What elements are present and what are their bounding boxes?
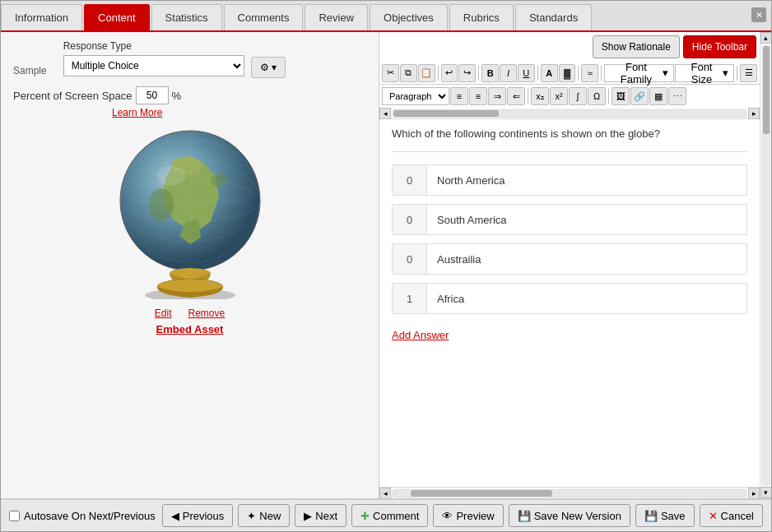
add-answer-link[interactable]: Add Answer (392, 329, 449, 341)
embed-asset-link[interactable]: Embed Asset (156, 323, 224, 335)
subscript-button[interactable]: x₂ (531, 87, 549, 105)
font-color-button[interactable]: A (541, 64, 558, 82)
chevron-down-icon: ▾ (663, 67, 668, 79)
tab-statistics[interactable]: Statistics (151, 4, 222, 30)
gear-button[interactable]: ⚙ ▾ (251, 57, 286, 78)
separator3 (537, 66, 538, 81)
answer-text-2[interactable]: Austrailia (427, 247, 746, 272)
answer-text-1[interactable]: South America (427, 207, 746, 233)
save-new-icon: 💾 (518, 510, 531, 522)
tab-objectives[interactable]: Objectives (370, 4, 448, 30)
indent-button[interactable]: ⇒ (488, 87, 506, 105)
redo-button[interactable]: ↪ (458, 64, 476, 82)
autosave-label: Autosave On Next/Previous (24, 510, 156, 522)
formula-button[interactable]: ∫ (569, 87, 587, 105)
edit-link[interactable]: Edit (155, 308, 172, 319)
tab-review[interactable]: Review (305, 4, 368, 30)
image-button[interactable]: 🖼 (612, 87, 630, 105)
bottom-scroll-left-button[interactable]: ◂ (379, 488, 391, 499)
font-family-button[interactable]: Font Family ▾ (604, 64, 674, 82)
cancel-icon: ✕ (709, 510, 718, 522)
align-center-button[interactable]: ≡ (469, 87, 487, 105)
answer-row-0: 0 North America (392, 164, 747, 196)
comment-button[interactable]: ✚ Comment (351, 504, 428, 527)
top-right-buttons: Show Rationale Hide Toolbar (379, 32, 760, 62)
footer: Autosave On Next/Previous ◀ Previous ✦ N… (1, 498, 771, 531)
response-type-select[interactable]: Multiple Choice (63, 55, 244, 76)
separator7 (528, 89, 528, 104)
svg-point-8 (211, 173, 227, 187)
v-scroll-up-button[interactable]: ▴ (760, 32, 772, 44)
horizontal-scrollbar: ◂ ▸ (379, 108, 760, 119)
tab-information[interactable]: Information (1, 4, 82, 30)
undo-button[interactable]: ↩ (441, 64, 458, 82)
sample-label: Sample (13, 40, 47, 76)
answer-text-3[interactable]: Africa (427, 286, 746, 312)
align-left-button[interactable]: ≡ (450, 87, 468, 105)
new-button[interactable]: ✦ New (238, 504, 290, 527)
tab-content[interactable]: Content (84, 4, 150, 30)
response-type-group: Response Type Multiple Choice (63, 40, 244, 76)
previous-button[interactable]: ◀ Previous (162, 504, 234, 527)
paste-button[interactable]: 📋 (418, 64, 435, 82)
italic-button[interactable]: I (500, 64, 517, 82)
right-panel-wrapper: Show Rationale Hide Toolbar ✂ ⧉ 📋 ↩ ↪ B … (379, 32, 771, 498)
special-button[interactable]: ≈ (581, 64, 598, 82)
globe-container (13, 123, 366, 299)
right-panel: Show Rationale Hide Toolbar ✂ ⧉ 📋 ↩ ↪ B … (379, 32, 760, 498)
svg-point-7 (149, 188, 174, 221)
v-scroll-down-button[interactable]: ▾ (760, 487, 772, 498)
screen-space-input[interactable] (136, 86, 169, 104)
next-button[interactable]: ▶ Next (295, 504, 346, 527)
separator2 (478, 66, 479, 81)
preview-button[interactable]: 👁 Preview (433, 504, 503, 527)
more-button[interactable]: ⋯ (668, 87, 686, 105)
cancel-button[interactable]: ✕ Cancel (700, 504, 763, 527)
question-text[interactable]: Which of the following continents is sho… (392, 127, 747, 152)
v-scroll-track[interactable] (762, 45, 770, 485)
answer-row-1: 0 South America (392, 204, 747, 235)
v-scroll-thumb (763, 46, 770, 134)
autosave-area: Autosave On Next/Previous (9, 510, 157, 522)
answer-row-3: 1 Africa (392, 283, 747, 314)
bottom-scroll-right-button[interactable]: ▸ (748, 488, 760, 499)
main-content: Sample Response Type Multiple Choice ⚙ ▾… (1, 32, 771, 498)
outdent-button[interactable]: ⇐ (507, 87, 525, 105)
show-rationale-button[interactable]: Show Rationale (593, 35, 680, 58)
bottom-scroll-track[interactable] (393, 489, 746, 497)
prev-icon: ◀ (171, 510, 179, 522)
font-size-button[interactable]: Font Size ▾ (675, 64, 734, 82)
tab-rubrics[interactable]: Rubrics (449, 4, 514, 30)
chevron-down-icon2: ▾ (723, 67, 728, 79)
preview-icon: 👁 (442, 510, 453, 522)
link-button[interactable]: 🔗 (630, 87, 649, 105)
tab-comments[interactable]: Comments (224, 4, 304, 30)
screen-space-unit: % (172, 90, 182, 102)
svg-point-14 (156, 166, 186, 186)
paragraph-select[interactable]: Paragraph (382, 87, 449, 105)
cut-button[interactable]: ✂ (382, 64, 399, 82)
hide-toolbar-button[interactable]: Hide Toolbar (683, 35, 756, 58)
autosave-checkbox[interactable] (9, 511, 20, 521)
scroll-track[interactable] (393, 109, 746, 118)
scroll-thumb (393, 110, 499, 117)
save-new-version-button[interactable]: 💾 Save New Version (509, 504, 630, 527)
vertical-scrollbar: ▴ ▾ (760, 32, 771, 498)
superscript-button[interactable]: x² (550, 87, 568, 105)
list-button[interactable]: ☰ (740, 64, 757, 82)
answer-text-0[interactable]: North America (427, 168, 746, 193)
scroll-left-button[interactable]: ◂ (379, 108, 391, 119)
new-icon: ✦ (247, 510, 256, 522)
close-button[interactable]: ✕ (751, 7, 766, 22)
omega-button[interactable]: Ω (588, 87, 606, 105)
copy-button[interactable]: ⧉ (400, 64, 417, 82)
underline-button[interactable]: U (518, 64, 535, 82)
table-button[interactable]: ▦ (649, 87, 667, 105)
bold-button[interactable]: B (481, 64, 499, 82)
tab-standards[interactable]: Standards (515, 4, 592, 30)
scroll-right-button[interactable]: ▸ (748, 108, 760, 119)
highlight-button[interactable]: ▓ (559, 64, 576, 82)
learn-more-link[interactable]: Learn More (112, 107, 162, 118)
remove-link[interactable]: Remove (188, 308, 226, 319)
save-button[interactable]: 💾 Save (635, 504, 695, 527)
